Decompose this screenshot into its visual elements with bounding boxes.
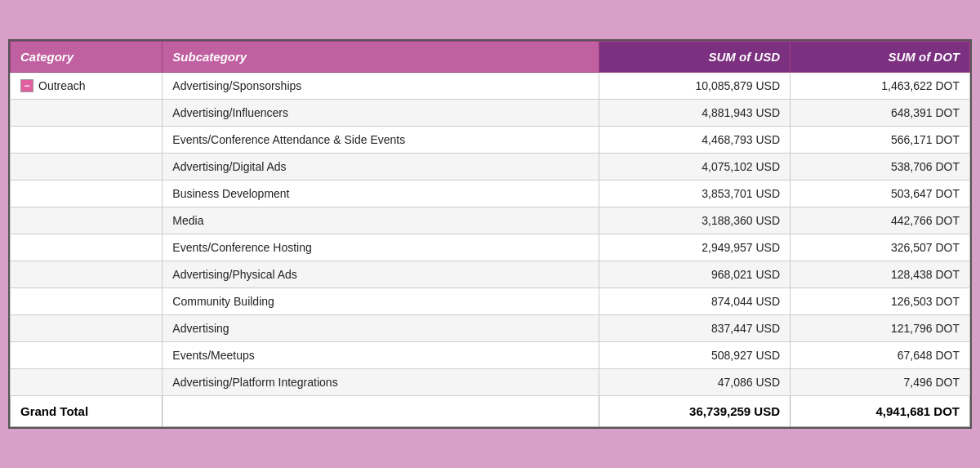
subcategory-cell: Business Development <box>163 181 599 207</box>
subcategory-cell: Community Building <box>163 288 599 315</box>
subcategory-header: Subcategory <box>163 42 599 73</box>
outreach-label: Outreach <box>38 79 86 92</box>
category-cell <box>11 342 163 369</box>
category-cell <box>11 315 163 342</box>
sum-dot-header: SUM of DOT <box>791 42 970 73</box>
category-cell <box>11 100 163 127</box>
pivot-table: Category Subcategory SUM of USD SUM of D… <box>8 39 972 429</box>
dot-cell: 67,648 DOT <box>791 342 970 369</box>
table-row: Advertising/Physical Ads968,021 USD128,4… <box>11 261 970 288</box>
subcategory-cell: Events/Meetups <box>163 342 599 369</box>
dot-cell: 126,503 DOT <box>791 288 970 315</box>
table-row: Advertising/Influencers4,881,943 USD648,… <box>11 100 970 127</box>
usd-cell: 874,044 USD <box>599 288 790 315</box>
subcategory-cell: Media <box>163 207 599 234</box>
category-cell <box>11 369 163 396</box>
usd-cell: 968,021 USD <box>599 261 790 288</box>
dot-cell: 442,766 DOT <box>791 207 970 234</box>
grand-total-subcategory <box>163 396 599 427</box>
dot-cell: 128,438 DOT <box>791 261 970 288</box>
collapse-button[interactable]: − <box>20 79 33 92</box>
category-header: Category <box>11 42 163 73</box>
subcategory-cell: Advertising/Sponsorships <box>163 73 599 100</box>
usd-cell: 4,075,102 USD <box>599 154 790 181</box>
category-cell <box>11 127 163 154</box>
category-cell <box>11 181 163 207</box>
subcategory-cell: Advertising <box>163 315 599 342</box>
category-cell: −Outreach <box>11 73 163 100</box>
usd-cell: 837,447 USD <box>599 315 790 342</box>
usd-cell: 3,188,360 USD <box>599 207 790 234</box>
subcategory-cell: Advertising/Physical Ads <box>163 261 599 288</box>
dot-cell: 648,391 DOT <box>791 100 970 127</box>
usd-cell: 3,853,701 USD <box>599 181 790 207</box>
dot-cell: 566,171 DOT <box>791 127 970 154</box>
subcategory-cell: Advertising/Platform Integrations <box>163 369 599 396</box>
category-cell <box>11 207 163 234</box>
subcategory-cell: Events/Conference Hosting <box>163 234 599 261</box>
table-row: Events/Conference Attendance & Side Even… <box>11 127 970 154</box>
usd-cell: 4,881,943 USD <box>599 100 790 127</box>
grand-total-usd: 36,739,259 USD <box>599 396 790 427</box>
grand-total-row: Grand Total 36,739,259 USD 4,941,681 DOT <box>11 396 970 427</box>
usd-cell: 47,086 USD <box>599 369 790 396</box>
subcategory-cell: Events/Conference Attendance & Side Even… <box>163 127 599 154</box>
category-cell <box>11 154 163 181</box>
table-row: −OutreachAdvertising/Sponsorships10,085,… <box>11 73 970 100</box>
dot-cell: 503,647 DOT <box>791 181 970 207</box>
table-row: Events/Conference Hosting2,949,957 USD32… <box>11 234 970 261</box>
table-row: Advertising/Digital Ads4,075,102 USD538,… <box>11 154 970 181</box>
table-row: Business Development3,853,701 USD503,647… <box>11 181 970 207</box>
dot-cell: 1,463,622 DOT <box>791 73 970 100</box>
dot-cell: 121,796 DOT <box>791 315 970 342</box>
usd-cell: 2,949,957 USD <box>599 234 790 261</box>
dot-cell: 326,507 DOT <box>791 234 970 261</box>
dot-cell: 538,706 DOT <box>791 154 970 181</box>
category-cell <box>11 234 163 261</box>
usd-cell: 508,927 USD <box>599 342 790 369</box>
subcategory-cell: Advertising/Digital Ads <box>163 154 599 181</box>
dot-cell: 7,496 DOT <box>791 369 970 396</box>
category-cell <box>11 288 163 315</box>
table-row: Advertising837,447 USD121,796 DOT <box>11 315 970 342</box>
sum-usd-header: SUM of USD <box>599 42 790 73</box>
table-row: Media3,188,360 USD442,766 DOT <box>11 207 970 234</box>
category-cell <box>11 261 163 288</box>
grand-total-label: Grand Total <box>11 396 163 427</box>
table-row: Community Building874,044 USD126,503 DOT <box>11 288 970 315</box>
grand-total-dot: 4,941,681 DOT <box>791 396 970 427</box>
subcategory-cell: Advertising/Influencers <box>163 100 599 127</box>
usd-cell: 10,085,879 USD <box>599 73 790 100</box>
usd-cell: 4,468,793 USD <box>599 127 790 154</box>
table-row: Advertising/Platform Integrations47,086 … <box>11 369 970 396</box>
table-row: Events/Meetups508,927 USD67,648 DOT <box>11 342 970 369</box>
